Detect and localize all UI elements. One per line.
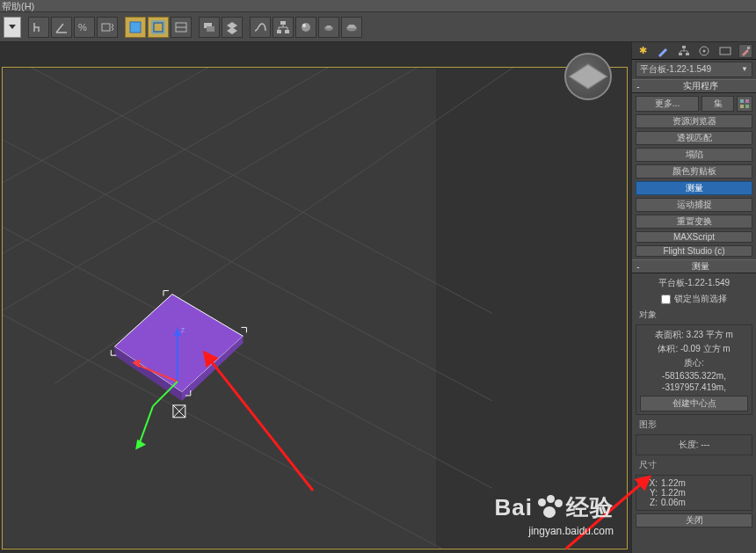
create-center-button[interactable]: 创建中心点 <box>640 396 748 411</box>
render-frame-icon[interactable] <box>341 17 362 38</box>
color-clipboard-button[interactable]: 颜色剪贴板 <box>636 164 752 178</box>
svg-point-47 <box>703 49 706 52</box>
svg-rect-43 <box>682 46 686 48</box>
maxscript-button[interactable]: MAXScript <box>636 231 752 243</box>
svg-rect-49 <box>747 47 750 49</box>
svg-rect-8 <box>207 26 214 32</box>
svg-rect-51 <box>745 99 749 103</box>
sets-button[interactable]: 集 <box>701 96 734 112</box>
material-editor-icon[interactable] <box>295 17 316 38</box>
svg-rect-1 <box>102 24 110 31</box>
close-utility-button[interactable]: 关闭 <box>636 513 752 528</box>
svg-rect-50 <box>740 99 744 103</box>
command-panel: ✱ 平台板-1.22-1.549▼ -实用程序 更多... 集 资源浏览器 透视… <box>631 42 756 553</box>
centroid-y: -3197957.419m, <box>640 382 748 393</box>
asset-browser-button[interactable]: 资源浏览器 <box>636 114 752 128</box>
motion-capture-button[interactable]: 运动捕捉 <box>636 198 752 212</box>
measure-rollout-header[interactable]: -测量 <box>632 259 756 273</box>
motion-tab-icon[interactable] <box>697 44 711 58</box>
svg-rect-45 <box>686 53 689 55</box>
display-tab-icon[interactable] <box>718 44 732 58</box>
svg-rect-16 <box>3 69 436 548</box>
spinner-snap-icon[interactable] <box>97 17 118 38</box>
svg-text:%: % <box>78 22 87 33</box>
svg-rect-9 <box>280 21 286 25</box>
render-setup-icon[interactable] <box>318 17 339 38</box>
utilities-rollout-header[interactable]: -实用程序 <box>632 79 756 93</box>
edged-faces-icon[interactable] <box>125 17 146 38</box>
reset-xform-button[interactable]: 重置变换 <box>636 215 752 229</box>
length-value: 长度: --- <box>640 438 748 452</box>
svg-point-13 <box>302 24 306 27</box>
selection-filter-dropdown[interactable] <box>4 17 21 38</box>
svg-rect-52 <box>740 105 744 108</box>
svg-rect-10 <box>277 30 281 33</box>
more-utilities-button[interactable]: 更多... <box>636 96 699 112</box>
percent-snap-icon[interactable]: % <box>74 17 95 38</box>
schematic-view-icon[interactable] <box>273 17 294 38</box>
safe-frame-icon[interactable] <box>171 17 192 38</box>
svg-rect-17 <box>436 69 627 548</box>
selection-brackets-icon[interactable] <box>148 17 169 38</box>
svg-rect-48 <box>720 47 731 55</box>
svg-rect-2 <box>130 22 141 33</box>
command-panel-tabs[interactable]: ✱ <box>632 42 756 60</box>
dim-x-value: 1.22m <box>661 478 686 488</box>
svg-rect-44 <box>679 53 682 55</box>
collapse-button[interactable]: 塌陷 <box>636 148 752 162</box>
menu-bar[interactable]: 帮助(H) <box>0 0 756 12</box>
centroid-label: 质心: <box>640 356 748 370</box>
curve-editor-icon[interactable] <box>250 17 271 38</box>
surface-area-value: 表面积: 3.23 平方 m <box>640 328 748 342</box>
svg-rect-53 <box>745 105 749 108</box>
flight-studio-button[interactable]: Flight Studio (c) <box>636 245 752 257</box>
angle-snap-icon[interactable] <box>51 17 72 38</box>
layer-explorer-icon[interactable] <box>222 17 243 38</box>
snap-toggle-icon[interactable] <box>28 17 49 38</box>
dim-y-value: 1.22m <box>661 488 686 498</box>
utilities-tab-icon[interactable] <box>738 44 752 58</box>
measure-button[interactable]: 测量 <box>636 181 752 195</box>
centroid-x: -5816335.322m, <box>640 370 748 382</box>
viewport-area[interactable]: z Bai <box>0 42 631 553</box>
view-cube[interactable] <box>564 53 612 100</box>
dimensions-label: 尺寸 <box>636 458 752 472</box>
svg-rect-3 <box>154 23 163 32</box>
manage-layers-icon[interactable] <box>199 17 220 38</box>
scene-canvas[interactable]: z <box>3 68 627 549</box>
menu-help[interactable]: 帮助(H) <box>2 1 34 11</box>
measure-object-name: 平台板-1.22-1.549 <box>636 276 752 290</box>
svg-text:z: z <box>181 325 185 334</box>
objects-label: 对象 <box>636 308 752 322</box>
hierarchy-tab-icon[interactable] <box>677 44 691 58</box>
volume-value: 体积: -0.09 立方 m <box>640 342 748 356</box>
modify-tab-icon[interactable] <box>656 44 670 58</box>
shapes-label: 图形 <box>636 418 752 432</box>
perspective-match-button[interactable]: 透视匹配 <box>636 131 752 145</box>
perspective-viewport[interactable]: z <box>2 67 628 549</box>
main-toolbar: % <box>0 12 756 42</box>
svg-point-12 <box>302 23 310 32</box>
lock-selection-checkbox[interactable]: 锁定当前选择 <box>636 293 752 305</box>
object-name-field[interactable]: 平台板-1.22-1.549▼ <box>636 62 752 77</box>
configure-button-icon[interactable] <box>737 96 752 112</box>
dim-z-value: 0.06m <box>661 498 686 507</box>
create-tab-icon[interactable]: ✱ <box>636 44 650 58</box>
svg-rect-11 <box>285 30 289 33</box>
